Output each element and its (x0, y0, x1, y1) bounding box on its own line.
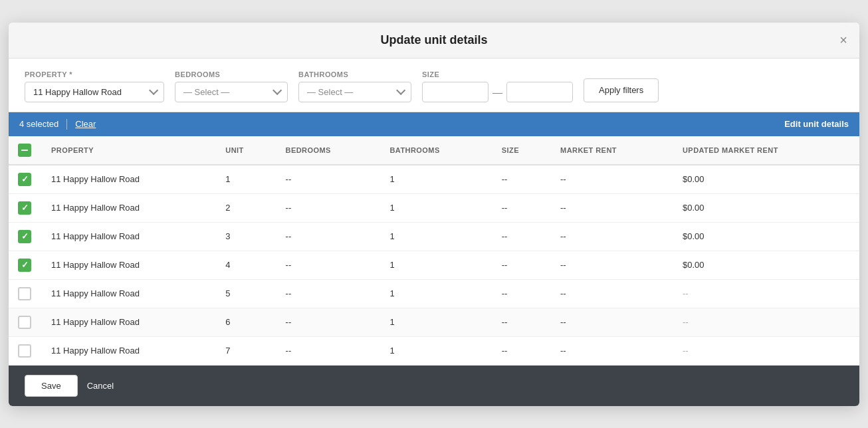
row-7-checkbox[interactable] (18, 344, 31, 358)
row-property: 11 Happy Hallow Road (42, 308, 216, 336)
cancel-button[interactable]: Cancel (87, 381, 114, 391)
row-bathrooms: 1 (380, 222, 492, 251)
row-checkbox-cell[interactable] (9, 165, 42, 194)
units-table-wrapper: PROPERTY UNIT BEDROOMS BATHROOMS SIZE MA… (9, 136, 859, 366)
row-bedrooms: -- (276, 251, 381, 279)
size-dash: — (492, 86, 502, 98)
row-property: 11 Happy Hallow Road (42, 193, 216, 222)
row-checkbox-cell[interactable] (9, 193, 42, 222)
row-bathrooms: 1 (380, 251, 492, 279)
col-updated-market-rent: UPDATED MARKET RENT (673, 136, 859, 165)
size-inputs: — (422, 82, 573, 102)
row-updated-market-rent: $0.00 (673, 222, 859, 251)
row-unit: 4 (216, 251, 276, 279)
size-filter-group: SIZE — (422, 70, 573, 102)
row-market-rent: -- (551, 279, 673, 308)
select-all-checkbox[interactable] (18, 144, 31, 157)
row-property: 11 Happy Hallow Road (42, 251, 216, 279)
bathrooms-filter-label: BATHROOMS (298, 70, 411, 78)
row-property: 11 Happy Hallow Road (42, 279, 216, 308)
row-property: 11 Happy Hallow Road (42, 336, 216, 365)
size-max-input[interactable] (506, 82, 573, 102)
bedrooms-filter-group: BEDROOMS — Select — (175, 70, 288, 102)
table-row: 11 Happy Hallow Road4--1----$0.00 (9, 251, 859, 279)
row-updated-market-rent: $0.00 (673, 193, 859, 222)
row-bedrooms: -- (276, 336, 381, 365)
table-row: 11 Happy Hallow Road1--1----$0.00 (9, 165, 859, 194)
bathrooms-select[interactable]: — Select — (298, 82, 411, 102)
col-market-rent: MARKET RENT (551, 136, 673, 165)
row-updated-market-rent: -- (673, 308, 859, 336)
bedrooms-select-value: — Select — (183, 87, 269, 97)
update-unit-modal: Update unit details × PROPERTY * 11 Happ… (9, 23, 859, 406)
col-size: SIZE (492, 136, 551, 165)
edit-unit-details-button[interactable]: Edit unit details (784, 119, 849, 129)
row-property: 11 Happy Hallow Road (42, 222, 216, 251)
row-unit: 1 (216, 165, 276, 194)
row-size: -- (492, 336, 551, 365)
row-unit: 2 (216, 193, 276, 222)
bedrooms-chevron-icon (272, 86, 282, 95)
row-updated-market-rent: $0.00 (673, 165, 859, 194)
row-market-rent: -- (551, 336, 673, 365)
row-updated-market-rent: -- (673, 279, 859, 308)
row-market-rent: -- (551, 251, 673, 279)
row-bedrooms: -- (276, 165, 381, 194)
row-checkbox-cell[interactable] (9, 308, 42, 336)
row-bathrooms: 1 (380, 193, 492, 222)
bedrooms-select[interactable]: — Select — (175, 82, 288, 102)
bathrooms-filter-group: BATHROOMS — Select — (298, 70, 411, 102)
row-checkbox-cell[interactable] (9, 279, 42, 308)
property-filter-label: PROPERTY * (25, 70, 164, 78)
property-chevron-icon (149, 86, 158, 95)
row-updated-market-rent: $0.00 (673, 251, 859, 279)
row-property: 11 Happy Hallow Road (42, 165, 216, 194)
selection-bar: 4 selected Clear Edit unit details (9, 112, 859, 136)
row-3-checkbox[interactable] (18, 230, 31, 243)
row-unit: 5 (216, 279, 276, 308)
bathrooms-chevron-icon (396, 86, 405, 95)
modal-title: Update unit details (380, 33, 487, 47)
row-checkbox-cell[interactable] (9, 336, 42, 365)
row-size: -- (492, 251, 551, 279)
col-bathrooms: BATHROOMS (380, 136, 492, 165)
row-size: -- (492, 222, 551, 251)
row-5-checkbox[interactable] (18, 287, 31, 300)
row-unit: 3 (216, 222, 276, 251)
save-button[interactable]: Save (25, 375, 78, 397)
row-size: -- (492, 165, 551, 194)
units-table: PROPERTY UNIT BEDROOMS BATHROOMS SIZE MA… (9, 136, 859, 366)
modal-close-button[interactable]: × (839, 33, 847, 47)
bathrooms-select-value: — Select — (307, 87, 392, 97)
row-bedrooms: -- (276, 279, 381, 308)
select-all-header[interactable] (9, 136, 42, 165)
table-row: 11 Happy Hallow Road6--1------ (9, 308, 859, 336)
row-checkbox-cell[interactable] (9, 222, 42, 251)
table-row: 11 Happy Hallow Road3--1----$0.00 (9, 222, 859, 251)
row-2-checkbox[interactable] (18, 201, 31, 215)
property-select-value: 11 Happy Hallow Road (33, 87, 122, 97)
row-bathrooms: 1 (380, 308, 492, 336)
table-row: 11 Happy Hallow Road7--1------ (9, 336, 859, 365)
row-market-rent: -- (551, 308, 673, 336)
row-updated-market-rent: -- (673, 336, 859, 365)
selection-info: 4 selected Clear (19, 119, 96, 130)
row-size: -- (492, 279, 551, 308)
row-bathrooms: 1 (380, 165, 492, 194)
row-1-checkbox[interactable] (18, 173, 31, 186)
row-6-checkbox[interactable] (18, 316, 31, 329)
col-bedrooms: BEDROOMS (276, 136, 381, 165)
row-bedrooms: -- (276, 308, 381, 336)
property-select[interactable]: 11 Happy Hallow Road (25, 82, 164, 102)
modal-footer: Save Cancel (9, 366, 859, 406)
size-filter-label: SIZE (422, 70, 573, 78)
row-4-checkbox[interactable] (18, 259, 31, 272)
table-body: 11 Happy Hallow Road1--1----$0.0011 Happ… (9, 165, 859, 366)
row-checkbox-cell[interactable] (9, 251, 42, 279)
size-min-input[interactable] (422, 82, 488, 102)
row-bathrooms: 1 (380, 279, 492, 308)
col-property: PROPERTY (42, 136, 216, 165)
modal-header: Update unit details × (9, 23, 859, 58)
apply-filters-button[interactable]: Apply filters (584, 78, 659, 102)
clear-selection-button[interactable]: Clear (75, 119, 96, 129)
